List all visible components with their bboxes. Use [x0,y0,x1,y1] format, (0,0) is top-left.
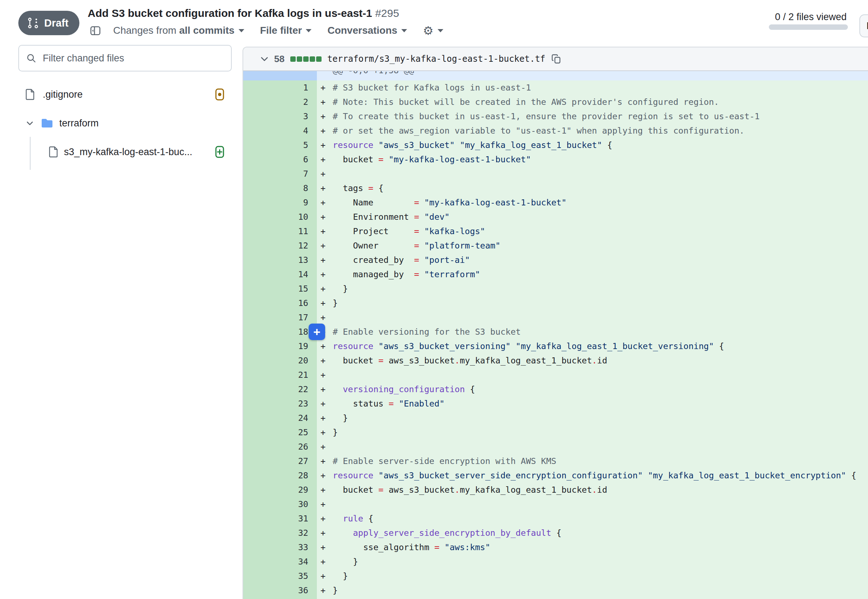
code-token: # Note: This bucket will be created in t… [333,97,719,107]
line-number[interactable]: 22 [243,382,317,396]
diff-file-header[interactable]: 58 terraform/s3_my-kafka-log-east-1-buck… [243,47,868,71]
line-number[interactable]: 9 [243,196,317,210]
add-comment-button[interactable]: + [309,324,325,340]
line-number[interactable]: 20 [243,354,317,368]
line-number[interactable]: 12 [243,238,317,253]
diffstat-square [290,56,296,62]
review-changes-button[interactable]: R [859,14,868,38]
code-token [333,384,343,394]
line-number[interactable]: 6 [243,152,317,167]
line-number[interactable]: 25 [243,425,317,439]
file-tree-item-gitignore[interactable]: .gitignore [18,83,232,106]
expand-diff-button[interactable] [243,71,317,80]
addition-marker: + [321,281,333,296]
chevron-down-icon [26,119,34,128]
diffstat-square [297,56,302,62]
line-number[interactable]: 19 [243,339,317,354]
code-token: = [378,355,383,366]
line-number[interactable]: 33 [243,540,317,554]
code-cell: +} [317,296,868,310]
code-token: my_kafka_log_east_1_bucket [460,355,592,366]
line-number[interactable]: 11 [243,224,317,238]
line-number[interactable]: 8 [243,181,317,196]
addition-marker: + [321,310,333,325]
file-filter-searchbox[interactable] [18,45,232,71]
gear-icon: ⚙ [423,25,434,37]
diff-settings-dropdown[interactable]: ⚙ [423,25,443,37]
code-cell: + [317,439,868,454]
code-cell: + Project = "kafka-logs" [317,224,868,238]
code-cell: + bucket = aws_s3_bucket.my_kafka_log_ea… [317,354,868,368]
line-number[interactable]: 30 [243,497,317,512]
diff-line-row: 2+# Note: This bucket will be created in… [243,95,868,109]
line-number[interactable]: 1 [243,80,317,95]
code-token [419,197,424,208]
files-viewed-label: 0 / 2 files viewed [775,12,847,23]
diff-line-row: 23+ status = "Enabled" [243,396,868,411]
diff-line-row: 9+ Name = "my-kafka-log-east-1-bucket" [243,196,868,210]
line-number[interactable]: 18 [243,325,317,339]
line-number[interactable]: 27 [243,454,317,468]
line-number[interactable]: 4 [243,123,317,138]
changed-lines-count: 58 [274,54,285,65]
line-number[interactable]: 2 [243,95,317,109]
code-cell: +resource "aws_s3_bucket_versioning" "my… [317,339,868,354]
file-tree-item-s3-bucket-tf[interactable]: s3_my-kafka-log-east-1-buc... [18,140,232,163]
line-number[interactable]: 35 [243,569,317,583]
code-token: "platform-team" [424,241,500,251]
line-number[interactable]: 21 [243,368,317,382]
line-number[interactable]: 34 [243,554,317,569]
file-tree-item-terraform[interactable]: terraform [18,112,232,135]
filter-changed-files-input[interactable] [42,53,225,64]
line-number[interactable]: 14 [243,267,317,281]
code-token: versioning_configuration [343,384,465,394]
addition-marker: + [321,296,333,310]
code-token: { [465,384,475,394]
code-token: } [333,557,358,567]
line-number[interactable]: 26 [243,439,317,454]
code-token: { [551,528,561,538]
line-number[interactable]: 13 [243,253,317,267]
line-number[interactable]: 7 [243,167,317,181]
line-number[interactable]: 31 [243,512,317,526]
addition-marker: + [321,152,333,167]
line-number[interactable]: 15 [243,281,317,296]
line-number[interactable]: 10 [243,210,317,224]
file-modified-badge-icon [215,88,224,101]
diff-line-row: 33+ sse_algorithm = "aws:kms" [243,540,868,554]
sidebar-collapse-icon [90,25,101,36]
line-number[interactable]: 17 [243,310,317,325]
copy-path-button[interactable] [551,54,562,64]
line-number[interactable]: 29 [243,483,317,497]
file-tree-label: s3_my-kafka-log-east-1-buc... [64,146,192,158]
search-icon [26,53,36,63]
code-token [419,226,424,236]
code-cell: + Owner = "platform-team" [317,238,868,253]
addition-marker: + [321,123,333,138]
changes-from-dropdown[interactable]: Changes from all commits [113,25,244,36]
code-cell: + managed_by = "terraform" [317,267,868,281]
line-number[interactable]: 36 [243,583,317,597]
diff-line-row: 8+ tags = { [243,181,868,196]
pr-files-changed-page: Draft Add S3 bucket configuration for Ka… [0,0,868,599]
code-token: Environment [333,212,414,222]
diff-line-row: 19+resource "aws_s3_bucket_versioning" "… [243,339,868,354]
draft-status-badge: Draft [18,11,79,35]
code-cell: + rule { [317,512,868,526]
line-number[interactable]: 28 [243,468,317,483]
file-icon [49,146,58,158]
addition-marker: + [321,267,333,281]
line-number[interactable]: 23 [243,396,317,411]
line-number[interactable]: 3 [243,109,317,123]
line-number[interactable]: 24 [243,411,317,425]
code-token: "aws_s3_bucket_versioning" [378,341,511,351]
line-number[interactable]: 32 [243,526,317,540]
addition-marker: + [321,468,333,483]
line-number[interactable]: 16 [243,296,317,310]
line-number[interactable]: 5 [243,138,317,152]
conversations-dropdown[interactable]: Conversations [327,25,407,36]
collapse-sidebar-button[interactable] [90,25,101,36]
file-filter-dropdown[interactable]: File filter [260,25,312,36]
code-token: } [333,427,338,437]
file-icon [26,89,35,100]
